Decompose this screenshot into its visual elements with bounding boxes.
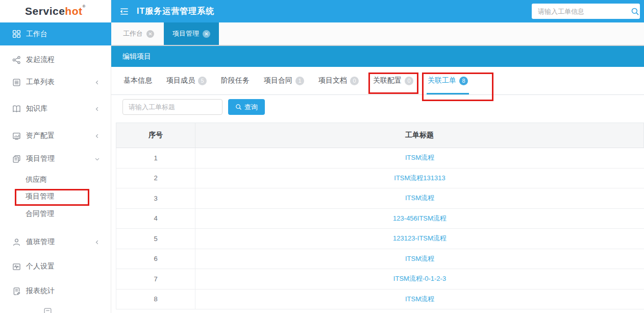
count-badge: 0 bbox=[350, 77, 359, 85]
table-row: 1 ITSM流程 bbox=[116, 148, 644, 168]
main-area: IT服务运营管理系统 工作台 ✕ 项目管理 ✕ 编辑项目 基本信息 项目成员 5 bbox=[111, 0, 644, 313]
table-row: 4 123-456ITSM流程 bbox=[116, 209, 644, 229]
app-title: IT服务运营管理系统 bbox=[137, 6, 214, 17]
sidebar-item-personal-settings[interactable]: 个人设置 bbox=[0, 255, 111, 278]
book-icon bbox=[12, 105, 21, 113]
detail-tab-bar: 基本信息 项目成员 5 阶段任务 项目合同 1 项目文档 0 关联配置 0 关联… bbox=[111, 67, 644, 95]
table-row: 7 ITSM流程-0-1-2-3 bbox=[116, 269, 644, 290]
row-index: 5 bbox=[116, 229, 195, 249]
tab-label: 基本信息 bbox=[123, 76, 152, 85]
registered-mark: ® bbox=[82, 4, 85, 9]
column-header-title: 工单标题 bbox=[195, 123, 643, 148]
ticket-link[interactable]: ITSM流程 bbox=[405, 153, 434, 162]
logo-text-accent: hot bbox=[65, 5, 82, 17]
sidebar-item-label: 个人设置 bbox=[26, 262, 55, 271]
sidebar-item-asset-config[interactable]: 资产配置 bbox=[0, 125, 111, 147]
ticket-link[interactable]: ITSM流程 bbox=[405, 194, 434, 203]
ticket-link[interactable]: 123123-ITSM流程 bbox=[393, 234, 447, 243]
query-button[interactable]: 查询 bbox=[228, 99, 265, 115]
sidebar-subitem-label: 供应商 bbox=[26, 175, 47, 184]
tab-label: 阶段任务 bbox=[221, 76, 250, 85]
row-index: 4 bbox=[116, 209, 195, 229]
tickets-table: 序号 工单标题 1 ITSM流程 2 ITSM流程131313 3 ITSM流程… bbox=[116, 123, 644, 309]
tab-project-contracts[interactable]: 项目合同 1 bbox=[263, 67, 305, 94]
truncated-sidebar-icon bbox=[43, 307, 52, 313]
sidebar-subitem-contract-management[interactable]: 合同管理 bbox=[0, 205, 111, 223]
tab-basic-info[interactable]: 基本信息 bbox=[122, 67, 153, 94]
tab-label: 关联工单 bbox=[428, 76, 456, 85]
chevron-left-icon bbox=[94, 80, 100, 85]
flow-icon bbox=[12, 56, 21, 64]
ticket-link[interactable]: ITSM流程131313 bbox=[394, 174, 445, 183]
app-header: IT服务运营管理系统 bbox=[111, 0, 644, 22]
ticket-list-icon bbox=[12, 78, 21, 87]
sidebar-item-label: 工作台 bbox=[26, 30, 47, 39]
tab-project-members[interactable]: 项目成员 5 bbox=[165, 67, 208, 94]
header-search-input[interactable] bbox=[532, 8, 631, 15]
sidebar: Servicehot® 工作台 发起流程 工单列表 bbox=[0, 0, 111, 313]
window-tab-project-management[interactable]: 项目管理 ✕ bbox=[164, 22, 219, 45]
chevron-left-icon bbox=[94, 106, 100, 112]
row-index: 2 bbox=[116, 168, 195, 188]
asset-chart-icon bbox=[12, 132, 21, 140]
sidebar-item-duty-management[interactable]: 值班管理 bbox=[0, 231, 111, 253]
report-doc-icon bbox=[12, 287, 21, 296]
sidebar-item-report-statistics[interactable]: 报表统计 bbox=[0, 280, 111, 302]
tab-related-config[interactable]: 关联配置 0 bbox=[372, 67, 414, 94]
sidebar-item-label: 知识库 bbox=[26, 104, 47, 113]
sidebar-subitem-suppliers[interactable]: 供应商 bbox=[0, 172, 111, 188]
sidebar-item-project-management[interactable]: 项目管理 bbox=[0, 148, 111, 170]
count-badge: 8 bbox=[459, 77, 468, 85]
sidebar-item-ticket-list[interactable]: 工单列表 bbox=[0, 71, 111, 93]
window-tab-workbench[interactable]: 工作台 ✕ bbox=[116, 22, 161, 45]
tab-label: 项目成员 bbox=[166, 76, 195, 85]
chevron-down-icon bbox=[94, 156, 100, 162]
header-search-box bbox=[532, 4, 640, 19]
logo-text-primary: Service bbox=[25, 5, 65, 17]
sidebar-subitem-label: 合同管理 bbox=[26, 209, 54, 219]
tab-related-tickets[interactable]: 关联工单 8 bbox=[427, 67, 469, 94]
table-row: 2 ITSM流程131313 bbox=[116, 168, 644, 189]
servicehot-logo: Servicehot® bbox=[25, 5, 86, 17]
table-header-row: 序号 工单标题 bbox=[116, 123, 644, 148]
sidebar-item-knowledge-base[interactable]: 知识库 bbox=[0, 98, 111, 120]
tab-project-documents[interactable]: 项目文档 0 bbox=[317, 67, 360, 94]
tab-phase-tasks[interactable]: 阶段任务 bbox=[220, 67, 251, 94]
sidebar-item-workbench[interactable]: 工作台 bbox=[0, 22, 111, 45]
edit-project-banner: 编辑项目 bbox=[111, 46, 644, 67]
ticket-link[interactable]: ITSM流程 bbox=[405, 254, 434, 263]
close-icon[interactable]: ✕ bbox=[146, 30, 154, 38]
sidebar-item-label: 资产配置 bbox=[26, 131, 55, 140]
sidebar-item-label: 工单列表 bbox=[26, 78, 55, 87]
ticket-link[interactable]: 123-456ITSM流程 bbox=[393, 214, 447, 223]
search-icon[interactable] bbox=[631, 7, 639, 16]
close-icon[interactable]: ✕ bbox=[203, 30, 210, 38]
sidebar-item-label: 发起流程 bbox=[26, 55, 55, 64]
stacked-docs-icon bbox=[12, 155, 21, 163]
menu-fold-icon[interactable] bbox=[119, 6, 130, 17]
sidebar-item-label: 值班管理 bbox=[26, 237, 55, 247]
ticket-link[interactable]: ITSM流程-0-1-2-3 bbox=[393, 274, 446, 283]
tab-label: 项目合同 bbox=[264, 76, 292, 85]
sidebar-item-initiate-flow[interactable]: 发起流程 bbox=[0, 49, 111, 71]
row-index: 6 bbox=[116, 249, 195, 269]
grid-icon bbox=[12, 30, 21, 38]
ticket-title-search-input[interactable] bbox=[122, 99, 222, 115]
ticket-link[interactable]: ITSM流程 bbox=[405, 295, 434, 304]
chevron-left-icon bbox=[94, 133, 100, 139]
window-tab-label: 项目管理 bbox=[172, 29, 199, 38]
waveform-icon bbox=[12, 262, 21, 271]
table-row: 5 123123-ITSM流程 bbox=[116, 229, 644, 249]
tab-label: 项目文档 bbox=[318, 76, 347, 85]
window-tab-bar: 工作台 ✕ 项目管理 ✕ bbox=[111, 22, 644, 46]
row-index: 3 bbox=[116, 188, 195, 208]
filter-row: 查询 bbox=[111, 99, 644, 115]
sidebar-subitem-project-management[interactable]: 项目管理 bbox=[0, 188, 111, 205]
tab-label: 关联配置 bbox=[373, 76, 402, 85]
count-badge: 0 bbox=[405, 77, 413, 85]
row-index: 8 bbox=[116, 290, 195, 309]
table-row: 3 ITSM流程 bbox=[116, 188, 644, 209]
query-button-label: 查询 bbox=[244, 103, 258, 112]
table-row: 6 ITSM流程 bbox=[116, 249, 644, 270]
count-badge: 5 bbox=[198, 77, 207, 85]
